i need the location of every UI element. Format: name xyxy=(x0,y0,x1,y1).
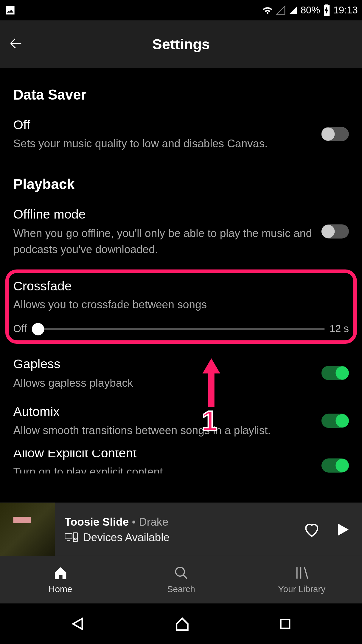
gapless-toggle[interactable] xyxy=(321,366,349,380)
crossfade-min-label: Off xyxy=(13,323,27,335)
crossfade-slider-thumb[interactable] xyxy=(32,323,44,335)
library-icon xyxy=(294,566,309,580)
home-icon xyxy=(53,566,68,580)
devices-label: Devices Available xyxy=(83,531,170,544)
crossfade-highlight: Crossfade Allows you to crossfade betwee… xyxy=(5,270,357,344)
crossfade-slider[interactable] xyxy=(32,328,324,330)
data-saver-row[interactable]: Off Sets your music quality to low and d… xyxy=(13,116,349,151)
explicit-title: Allow Explicit Content xyxy=(13,451,313,462)
heart-icon[interactable] xyxy=(303,521,321,538)
picture-icon xyxy=(4,4,16,16)
svg-point-2 xyxy=(74,538,76,540)
automix-row[interactable]: Automix Allow smooth transitions between… xyxy=(13,403,349,438)
explicit-toggle[interactable] xyxy=(321,459,349,473)
crossfade-max-label: 12 s xyxy=(330,323,349,335)
nav-home-label: Home xyxy=(49,584,72,594)
battery-charging-icon xyxy=(323,4,331,16)
clock: 19:13 xyxy=(333,4,358,16)
play-icon[interactable] xyxy=(335,521,350,538)
offline-mode-row[interactable]: Offline mode When you go offline, you'll… xyxy=(13,206,349,257)
automix-title: Automix xyxy=(13,403,313,420)
crossfade-title: Crossfade xyxy=(13,278,340,295)
signal-full-icon xyxy=(288,5,298,15)
artist-name: Drake xyxy=(139,515,168,528)
nav-library[interactable]: Your Library xyxy=(241,556,362,603)
system-nav xyxy=(0,603,362,644)
now-playing-title-line: Toosie Slide • Drake xyxy=(65,515,303,528)
system-back-icon[interactable] xyxy=(70,616,86,632)
system-overview-icon[interactable] xyxy=(279,617,292,631)
wifi-icon xyxy=(262,5,273,15)
section-data-saver: Data Saver xyxy=(13,87,349,103)
nav-library-label: Your Library xyxy=(278,584,325,594)
explicit-row[interactable]: Allow Explicit Content Turn on to play e… xyxy=(13,451,349,473)
now-playing-bar[interactable]: Toosie Slide • Drake Devices Available xyxy=(0,503,362,556)
crossfade-row[interactable]: Crossfade Allows you to crossfade betwee… xyxy=(13,278,349,313)
nav-search-label: Search xyxy=(167,584,195,594)
bottom-nav: Home Search Your Library xyxy=(0,556,362,603)
crossfade-desc: Allows you to crossfade between songs xyxy=(13,297,340,313)
nav-search[interactable]: Search xyxy=(121,556,241,603)
offline-mode-desc: When you go offline, you'll only be able… xyxy=(13,225,313,257)
album-art[interactable] xyxy=(0,503,55,556)
data-saver-desc: Sets your music quality to low and disab… xyxy=(13,135,313,151)
arrow-left-icon xyxy=(8,35,24,51)
system-home-icon[interactable] xyxy=(174,615,191,632)
automix-toggle[interactable] xyxy=(321,414,349,428)
explicit-desc: Turn on to play explicit content xyxy=(13,464,313,473)
gapless-desc: Allows gapless playback xyxy=(13,374,313,391)
data-saver-toggle[interactable] xyxy=(321,127,349,141)
offline-mode-toggle[interactable] xyxy=(321,225,349,239)
gapless-row[interactable]: Gapless Allows gapless playback xyxy=(13,355,349,391)
svg-point-3 xyxy=(175,567,184,576)
back-button[interactable] xyxy=(8,35,24,53)
devices-row[interactable]: Devices Available xyxy=(65,531,303,544)
search-icon xyxy=(173,566,188,580)
svg-rect-0 xyxy=(65,534,72,539)
signal-empty-icon xyxy=(276,5,286,15)
svg-rect-4 xyxy=(281,620,290,628)
nav-home[interactable]: Home xyxy=(0,556,121,603)
app-header: Settings xyxy=(0,20,362,68)
track-name: Toosie Slide xyxy=(65,515,129,528)
devices-icon xyxy=(65,532,78,542)
automix-desc: Allow smooth transitions between songs i… xyxy=(13,422,313,438)
status-bar: 80% 19:13 xyxy=(0,0,362,20)
settings-content: Data Saver Off Sets your music quality t… xyxy=(0,68,362,503)
gapless-title: Gapless xyxy=(13,355,313,373)
svg-rect-1 xyxy=(73,533,77,542)
battery-percent: 80% xyxy=(301,4,320,16)
page-title: Settings xyxy=(0,36,362,52)
offline-mode-title: Offline mode xyxy=(13,206,313,223)
section-playback: Playback xyxy=(13,176,349,193)
data-saver-title: Off xyxy=(13,116,313,134)
